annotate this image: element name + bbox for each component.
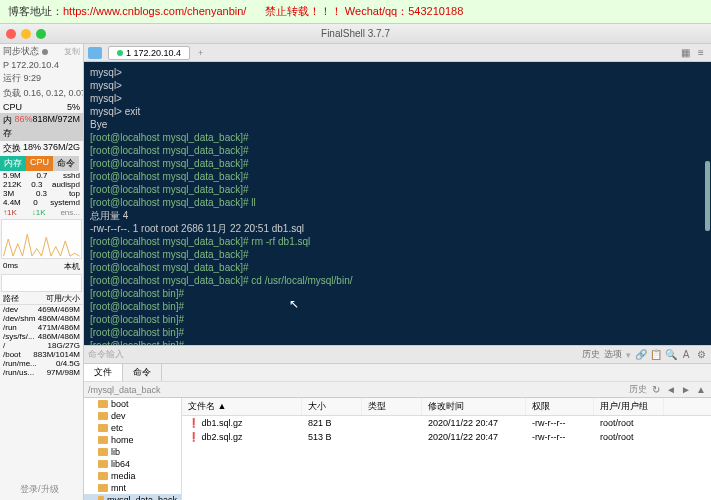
tree-item: dev: [84, 410, 181, 422]
folder-icon[interactable]: [88, 47, 102, 59]
tab-cpu[interactable]: CPU: [26, 156, 53, 171]
command-input-bar[interactable]: 命令输入 历史 选项▾ 🔗 📋 🔍 A ⚙: [84, 345, 711, 363]
network-chart: [1, 219, 82, 259]
folder-tree[interactable]: boot dev etc home lib lib64 media mnt my…: [84, 398, 182, 500]
tab-cmd[interactable]: 命令: [53, 156, 79, 171]
tree-item: lib: [84, 446, 181, 458]
link-icon[interactable]: 🔗: [635, 349, 647, 361]
file-manager: boot dev etc home lib lib64 media mnt my…: [84, 397, 711, 500]
watermark-banner: 博客地址：https://www.cnblogs.com/chenyanbin/…: [0, 0, 711, 24]
window-maximize-button[interactable]: [36, 29, 46, 39]
grid-icon[interactable]: ▦: [679, 47, 691, 59]
login-link[interactable]: 登录/升级: [20, 483, 59, 496]
path-bar: /mysql_data_back 历史 ↻ ◄ ► ▲: [84, 381, 711, 397]
session-tab[interactable]: 1 172.20.10.4: [108, 46, 190, 60]
tab-mem[interactable]: 内存: [0, 156, 26, 171]
path-history-button[interactable]: 历史: [629, 383, 647, 396]
file-row[interactable]: ❗ db2.sql.gz 513 B 2020/11/22 20:47 -rw-…: [182, 430, 711, 444]
window-close-button[interactable]: [6, 29, 16, 39]
current-path[interactable]: /mysql_data_back: [88, 385, 161, 395]
tree-item: etc: [84, 422, 181, 434]
window-minimize-button[interactable]: [21, 29, 31, 39]
back-icon[interactable]: ◄: [665, 383, 677, 395]
forward-icon[interactable]: ►: [680, 383, 692, 395]
copy-icon[interactable]: 📋: [650, 349, 662, 361]
search-icon[interactable]: 🔍: [665, 349, 677, 361]
gear-icon[interactable]: ⚙: [695, 349, 707, 361]
up-icon[interactable]: ▲: [695, 383, 707, 395]
tab-command[interactable]: 命令: [123, 364, 162, 381]
filemanager-tabs: 文件 命令: [84, 363, 711, 381]
window-titlebar: FinalShell 3.7.7: [0, 24, 711, 44]
file-list-header[interactable]: 文件名 ▲ 大小 类型 修改时间 权限 用户/用户组: [182, 398, 711, 416]
status-dot-icon: [117, 50, 123, 56]
latency-chart: [1, 274, 82, 292]
tab-file[interactable]: 文件: [84, 364, 123, 381]
sidebar: 同步状态 复制 P 172.20.10.4 运行 9:29 负载 0.16, 0…: [0, 44, 84, 500]
tree-item: mysql_data_back: [84, 494, 181, 500]
blog-url[interactable]: https://www.cnblogs.com/chenyanbin/: [63, 5, 246, 17]
font-icon[interactable]: A: [680, 349, 692, 361]
history-button[interactable]: 历史: [582, 348, 600, 361]
tree-item: lib64: [84, 458, 181, 470]
refresh-icon[interactable]: ↻: [650, 383, 662, 395]
tree-item: mnt: [84, 482, 181, 494]
tree-item: boot: [84, 398, 181, 410]
terminal[interactable]: mysql> mysql> mysql> mysql> exit Bye [ro…: [84, 62, 711, 345]
session-tabbar: 1 172.20.10.4 + ▦ ≡: [84, 44, 711, 62]
tree-item: home: [84, 434, 181, 446]
file-list[interactable]: 文件名 ▲ 大小 类型 修改时间 权限 用户/用户组 ❗ db1.sql.gz …: [182, 398, 711, 500]
terminal-scrollbar[interactable]: [705, 161, 710, 231]
file-row[interactable]: ❗ db1.sql.gz 821 B 2020/11/22 20:47 -rw-…: [182, 416, 711, 430]
window-title: FinalShell 3.7.7: [321, 28, 390, 39]
list-icon[interactable]: ≡: [695, 47, 707, 59]
tree-item: media: [84, 470, 181, 482]
new-tab-button[interactable]: +: [192, 48, 209, 58]
options-button[interactable]: 选项: [604, 348, 622, 361]
